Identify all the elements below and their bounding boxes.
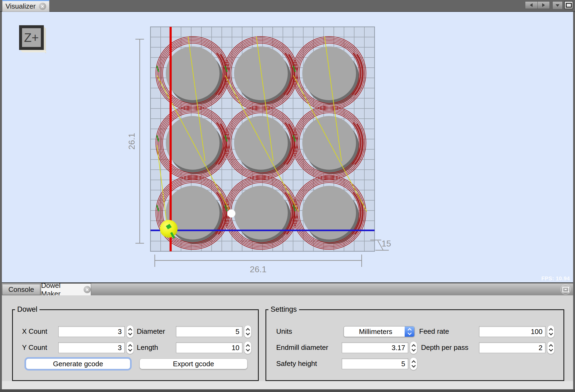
spinner-down-icon <box>411 347 416 351</box>
diameter-stepper[interactable] <box>244 325 251 338</box>
feed-rate-stepper[interactable] <box>547 325 554 338</box>
panel-bottom-strip <box>2 381 573 389</box>
panel-restore-icon <box>562 287 569 292</box>
fps-counter: FPS: 10.94 <box>541 275 570 282</box>
feed-rate-label: Feed rate <box>419 326 449 336</box>
length-stepper[interactable] <box>244 342 251 354</box>
length-input[interactable] <box>176 342 242 353</box>
top-tab-bar: Visualizer × <box>0 0 575 12</box>
dowel-group-title: Dowel <box>15 305 39 314</box>
tab-dowel-maker[interactable]: Dowel Maker × <box>41 283 91 296</box>
visualizer-scene[interactable]: 26.1 26.1 15 <box>2 12 573 282</box>
select-arrows-icon <box>405 326 414 337</box>
y-count-label: Y Count <box>22 342 47 353</box>
view-cube-face-label: Z+ <box>22 28 41 47</box>
maximize-icon <box>566 3 572 8</box>
forward-arrow-button[interactable] <box>538 1 550 9</box>
forward-arrow-icon <box>542 3 545 7</box>
dock-tab-bar: Console Dowel Maker × <box>2 282 573 295</box>
export-gcode-button[interactable]: Export gcode <box>139 358 247 369</box>
y-count-stepper[interactable] <box>127 342 134 354</box>
dimension-width-label: 26.1 <box>250 264 267 274</box>
dowel-group: Dowel X Count Diameter Y Count Length Ge… <box>12 309 259 381</box>
length-label: Length <box>137 342 158 353</box>
x-count-label: X Count <box>22 326 47 336</box>
window-bottom-edge <box>0 389 575 392</box>
spinner-down-icon <box>549 347 553 351</box>
generate-gcode-button[interactable]: Generate gcode <box>26 358 130 369</box>
depth-per-pass-label: Depth per pass <box>421 342 468 353</box>
dowel-maker-panel: Dowel X Count Diameter Y Count Length Ge… <box>2 295 573 389</box>
spinner-down-icon <box>128 347 132 351</box>
tab-visualizer[interactable]: Visualizer × <box>2 0 49 12</box>
units-label: Units <box>276 326 292 336</box>
tab-console[interactable]: Console <box>2 284 40 295</box>
close-icon[interactable]: × <box>39 3 46 10</box>
spinner-down-icon <box>411 363 416 368</box>
x-count-input[interactable] <box>58 326 125 337</box>
bottom-dock: Console Dowel Maker × Dowel X Count Diam… <box>0 282 575 392</box>
spinner-down-icon <box>246 347 250 351</box>
safety-height-label: Safety height <box>276 358 317 369</box>
waypoint-marker <box>227 209 235 217</box>
back-arrow-icon <box>530 3 533 7</box>
diameter-input[interactable] <box>176 326 242 337</box>
diameter-label: Diameter <box>137 326 165 336</box>
y-count-input[interactable] <box>58 342 125 353</box>
tab-list-dropdown-button[interactable] <box>552 1 563 9</box>
x-count-stepper[interactable] <box>127 325 134 338</box>
settings-group: Settings Units Millimeters Feed rate End… <box>265 309 564 381</box>
spinner-down-icon <box>549 331 553 335</box>
endmill-diameter-stepper[interactable] <box>410 342 417 354</box>
panel-restore-button[interactable] <box>560 284 571 295</box>
units-selected-value: Millimeters <box>344 328 414 336</box>
feed-rate-input[interactable] <box>479 326 545 337</box>
depth-per-pass-input[interactable] <box>479 342 545 353</box>
visualizer-canvas[interactable]: 26.1 26.1 15 Z+ FPS: 10.94 <box>2 12 573 282</box>
spinner-down-icon <box>246 331 250 335</box>
safety-height-input[interactable] <box>342 358 408 369</box>
back-arrow-button[interactable] <box>525 1 538 9</box>
tab-console-label: Console <box>8 285 34 294</box>
tab-visualizer-label: Visualizer <box>5 2 35 10</box>
dimension-depth-label: 15 <box>382 239 391 248</box>
endmill-diameter-input[interactable] <box>342 342 408 353</box>
close-icon[interactable]: × <box>84 286 91 293</box>
dropdown-arrow-icon <box>556 4 559 7</box>
depth-per-pass-stepper[interactable] <box>547 342 554 354</box>
spinner-down-icon <box>128 331 132 335</box>
endmill-diameter-label: Endmill diameter <box>276 342 328 353</box>
settings-group-title: Settings <box>268 305 299 314</box>
dimension-height-label: 26.1 <box>127 133 136 150</box>
units-select[interactable]: Millimeters <box>344 326 415 337</box>
safety-height-stepper[interactable] <box>410 358 417 370</box>
view-cube-z-plus[interactable]: Z+ <box>19 25 44 50</box>
maximize-button[interactable] <box>564 1 573 9</box>
tab-nav-buttons <box>525 1 550 9</box>
